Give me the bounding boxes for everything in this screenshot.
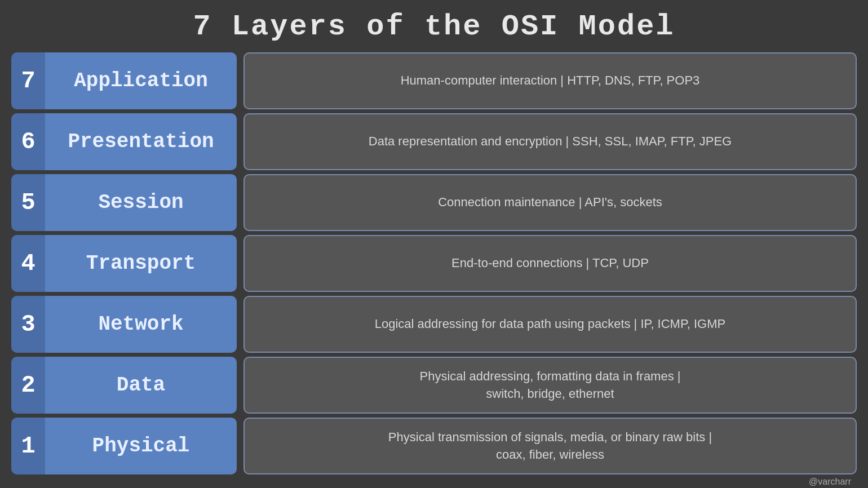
layer-number-5: 5 — [11, 174, 45, 231]
footer-credit: @varcharr — [11, 474, 857, 487]
layer-description-2: Physical addressing, formatting data in … — [243, 357, 857, 414]
layer-name-4: Transport — [45, 235, 237, 292]
layer-number-2: 2 — [11, 357, 45, 414]
layer-row-2: 2DataPhysical addressing, formatting dat… — [11, 357, 857, 414]
layer-row-5: 5SessionConnection maintenance | API's, … — [11, 174, 857, 231]
layer-name-2: Data — [45, 357, 237, 414]
layer-description-3: Logical addressing for data path using p… — [243, 296, 857, 353]
layer-name-7: Application — [45, 52, 237, 109]
layer-number-6: 6 — [11, 113, 45, 170]
layer-description-4: End-to-end connections | TCP, UDP — [243, 235, 857, 292]
layer-row-7: 7ApplicationHuman-computer interaction |… — [11, 52, 857, 109]
layer-description-5: Connection maintenance | API's, sockets — [243, 174, 857, 231]
layer-row-6: 6PresentationData representation and enc… — [11, 113, 857, 170]
layer-name-6: Presentation — [45, 113, 237, 170]
layer-description-6: Data representation and encryption | SSH… — [243, 113, 857, 170]
layer-number-7: 7 — [11, 52, 45, 109]
page-title: 7 Layers of the OSI Model — [193, 10, 675, 43]
layer-name-1: Physical — [45, 418, 237, 474]
layer-number-4: 4 — [11, 235, 45, 292]
layer-number-1: 1 — [11, 418, 45, 474]
layer-row-3: 3NetworkLogical addressing for data path… — [11, 296, 857, 353]
layers-container: 7ApplicationHuman-computer interaction |… — [11, 52, 857, 474]
layer-row-4: 4TransportEnd-to-end connections | TCP, … — [11, 235, 857, 292]
layer-name-3: Network — [45, 296, 237, 353]
layer-description-1: Physical transmission of signals, media,… — [243, 418, 857, 474]
layer-row-1: 1PhysicalPhysical transmission of signal… — [11, 418, 857, 474]
layer-number-3: 3 — [11, 296, 45, 353]
layer-name-5: Session — [45, 174, 237, 231]
layer-description-7: Human-computer interaction | HTTP, DNS, … — [243, 52, 857, 109]
